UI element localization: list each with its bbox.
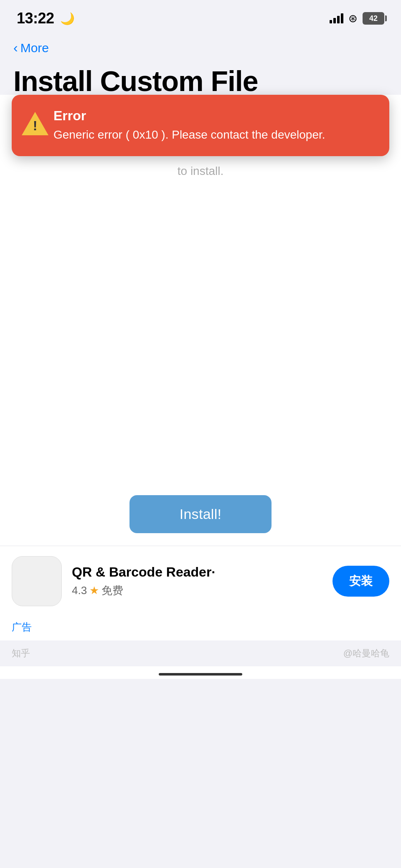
error-message: Generic error ( 0x10 ). Please contact t…: [53, 127, 376, 143]
bottom-bar: 知乎 @哈曼哈龟: [0, 640, 401, 666]
error-banner: Error Generic error ( 0x10 ). Please con…: [12, 95, 389, 156]
ad-banner: QR & Barcode Reader· 4.3 ★ 免费 安装: [0, 546, 401, 616]
status-icons: ⊛ 42: [330, 12, 384, 25]
page-title: Install Custom File: [13, 66, 388, 97]
page-content: Error Generic error ( 0x10 ). Please con…: [0, 95, 401, 640]
star-icon: ★: [89, 584, 99, 597]
install-button[interactable]: Install!: [129, 495, 272, 533]
ad-rating-value: 4.3: [72, 584, 87, 597]
signal-icon: [330, 13, 343, 23]
home-bar: [159, 673, 242, 676]
ad-footer: 广告: [0, 616, 401, 640]
ad-price: 免费: [102, 583, 123, 598]
ad-app-rating: 4.3 ★ 免费: [72, 583, 322, 598]
ad-install-button[interactable]: 安装: [332, 566, 389, 597]
warning-triangle-icon: [22, 112, 48, 135]
battery-icon: 42: [363, 12, 384, 25]
ad-app-icon: [12, 556, 62, 606]
to-install-area: to install.: [0, 156, 401, 186]
ad-app-info: QR & Barcode Reader· 4.3 ★ 免费: [72, 564, 322, 598]
error-title: Error: [53, 108, 376, 124]
back-label: More: [20, 41, 49, 55]
ad-app-name: QR & Barcode Reader·: [72, 564, 322, 580]
error-icon-container: [22, 112, 48, 139]
wifi-icon: ⊛: [348, 12, 358, 25]
install-button-area: Install!: [0, 478, 401, 546]
home-indicator-area: [0, 666, 401, 679]
watermark-platform: 知乎: [12, 647, 30, 660]
watermark-author: @哈曼哈龟: [343, 647, 389, 660]
status-bar: 13:22 🌙 ⊛ 42: [0, 0, 401, 33]
back-navigation[interactable]: ‹ More: [0, 33, 401, 62]
back-chevron-icon: ‹: [13, 40, 18, 56]
status-time: 13:22: [17, 10, 54, 27]
ad-tag: 广告: [12, 620, 32, 634]
content-spacer: [0, 186, 401, 478]
moon-icon: 🌙: [60, 12, 75, 25]
to-install-text: to install.: [178, 161, 224, 177]
